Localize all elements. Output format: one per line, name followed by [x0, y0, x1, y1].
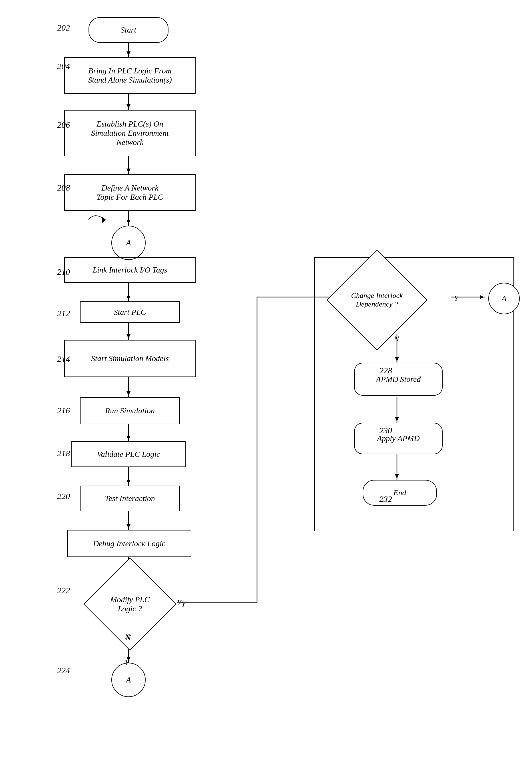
y-label-bottom: Y	[125, 658, 129, 667]
step-214-node: Start Simulation Models	[64, 340, 196, 377]
ref-224: 224	[57, 666, 70, 675]
ref-202: 202	[57, 23, 70, 33]
ref-222: 222	[57, 586, 70, 595]
svg-marker-17	[127, 436, 131, 440]
end-node: End	[363, 480, 437, 506]
ref-220: 220	[57, 491, 70, 501]
diamond-222-label: Modify PLC Logic ?	[110, 595, 149, 613]
n-label-222b: N	[126, 634, 131, 642]
diamond-226-label: Change Interlock Dependency ?	[351, 291, 403, 309]
step-216-node: Run Simulation	[80, 397, 180, 424]
connector-a-arrow	[71, 209, 143, 231]
y-label-222: Y	[181, 600, 185, 608]
n-label-226: N	[394, 335, 399, 343]
step-212-node: Start PLC	[80, 301, 180, 323]
ref-216: 216	[57, 406, 70, 415]
step-210-node: Link Interlock I/O Tags	[64, 257, 196, 283]
svg-marker-15	[127, 392, 131, 396]
step-230-node: Apply APMD	[354, 423, 443, 454]
step-221-node: Debug Interlock Logic	[67, 530, 191, 557]
step-220-node: Test Interaction	[80, 486, 180, 511]
ref-212: 212	[57, 309, 70, 318]
connector-a-bottom: A	[111, 663, 146, 697]
step-204-node: Bring In PLC Logic From Stand Alone Simu…	[64, 57, 196, 94]
svg-marker-13	[127, 334, 131, 339]
svg-marker-21	[127, 524, 131, 529]
step-208-node: Define A Network Topic For Each PLC	[64, 174, 196, 211]
flowchart-diagram: 202 204 206 208 210 212 214 216 218 220 …	[0, 0, 532, 783]
svg-marker-19	[127, 480, 131, 484]
svg-marker-38	[102, 217, 106, 223]
y-label-222b: Y	[177, 598, 181, 607]
diamond-226-container: Change Interlock Dependency ?	[323, 269, 431, 332]
y-label-226: Y	[454, 294, 458, 303]
svg-marker-11	[127, 296, 131, 300]
diamond-222-container: Modify PLC Logic ?	[80, 575, 180, 633]
step-218-node: Validate PLC Logic	[71, 441, 186, 467]
svg-marker-1	[127, 52, 131, 56]
ref-218: 218	[57, 448, 70, 458]
step-206-node: Establish PLC(s) On Simulation Environme…	[64, 110, 196, 156]
svg-marker-3	[127, 104, 131, 108]
svg-marker-5	[127, 168, 131, 173]
step-228-node: APMD Stored	[354, 363, 443, 396]
connector-a-right: A	[488, 283, 520, 314]
start-node: Start	[89, 17, 168, 43]
